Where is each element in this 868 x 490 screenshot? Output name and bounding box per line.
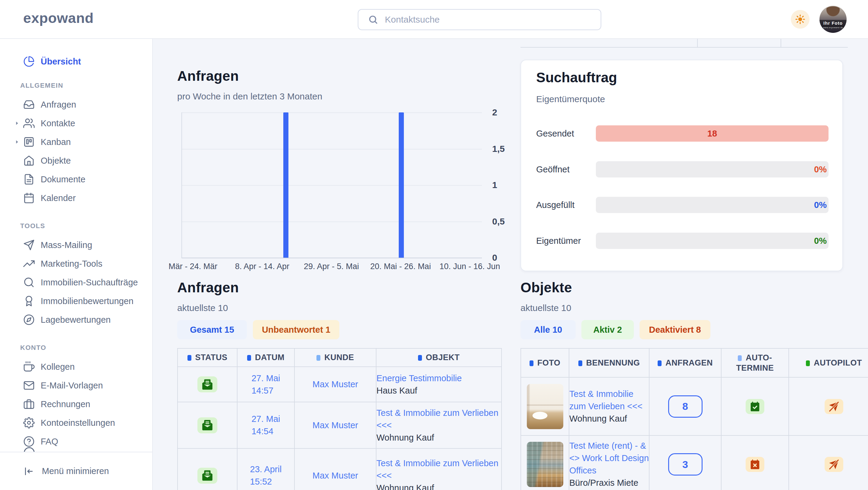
property-name-link[interactable]: Test Miete (rent) - & <> Work Loft Desig… [569,440,649,477]
property-name-link[interactable]: Test & Immobilie zum Verlieben <<< [569,388,649,412]
anfragen-section-title: Anfragen [177,279,239,296]
sidebar-item-kollegen[interactable]: Kollegen [0,358,152,376]
sidebar-item-dokumente[interactable]: Dokumente [0,170,152,189]
date-link[interactable]: 23. April15:52 [250,463,282,488]
date-link[interactable]: 27. Mai14:57 [251,372,280,397]
column-header-label: DATUM [255,353,284,362]
sidebar-item-faq[interactable]: FAQ [0,432,152,451]
photo-cell [521,377,569,435]
chevron-right-icon[interactable] [14,139,20,145]
sidebar-item-label: Marketing-Tools [41,259,102,269]
theme-toggle-button[interactable] [791,10,809,29]
chart-bar[interactable] [399,113,404,258]
column-header-status[interactable]: STATUS [178,348,237,367]
customer-link[interactable]: Max Muster [313,420,358,430]
search-input[interactable] [384,14,601,25]
filter-tab-alle-10[interactable]: Alle 10 [521,320,576,339]
customer-cell: Max Muster [294,367,376,402]
award-icon [23,295,35,307]
object-link[interactable]: Test & Immobilie zum Verlieben <<< [376,457,501,482]
date-cell: 23. April15:52 [237,449,294,490]
sidebar-item-mass-mailing[interactable]: Mass-Mailing [0,236,152,254]
sidebar-item-rechnungen[interactable]: Rechnungen [0,395,152,414]
property-photo[interactable] [527,384,563,429]
home-icon [23,155,35,166]
property-photo[interactable] [527,442,563,487]
anfragen-count-badge[interactable]: 3 [668,453,703,476]
suchauftrag-card: Suchauftrag Eigentümerquote Gesendet18Ge… [521,60,843,271]
y-axis-tick-label: 2 [492,107,516,118]
chart-bar[interactable] [283,113,288,258]
column-bullet-icon [578,360,582,366]
sidebar-item-label: Kanban [41,137,71,147]
column-bullet-icon [247,355,251,361]
filter-tab-deaktiviert-8[interactable]: Deaktiviert 8 [640,320,710,339]
table-header-row: FOTOBENENNUNGANFRAGENAUTO-TERMINEAUTOPIL… [521,348,868,377]
contact-search[interactable] [358,9,601,30]
funnel-bar: 0% [596,197,829,213]
sidebar-item-objekte[interactable]: Objekte [0,151,152,170]
object-cell: Test & Immobilie zum Verlieben <<<Wohnun… [376,402,501,449]
column-header-anfragen[interactable]: ANFRAGEN [649,348,721,377]
column-header-autopilot[interactable]: AUTOPILOT [789,348,868,377]
sidebar-item-lagebewertungen[interactable]: Lagebewertungen [0,310,152,329]
sidebar-item-kalender[interactable]: Kalender [0,189,152,207]
help-circle-icon [23,436,35,447]
sidebar-section-title: TOOLS [0,222,152,229]
object-link[interactable]: Test & Immobilie zum Verlieben <<< [376,407,501,432]
sidebar-nav: ÜbersichtALLGEMEINAnfragenKontakteKanban… [0,38,153,490]
column-header-auto-termine[interactable]: AUTO-TERMINE [721,348,789,377]
sidebar-section-title: KONTO [0,344,152,351]
sidebar-item-immobilien-suchauftr-ge[interactable]: Immobilien-Suchaufträge [0,273,152,292]
y-axis-tick-label: 1 [492,180,516,190]
top-header: expowand Ihr Foto www.expowand.de [0,0,868,39]
column-bullet-icon [316,355,320,361]
status-cell [178,449,237,490]
name-cell: Test Miete (rent) - & <> Work Loft Desig… [569,435,649,490]
column-header-foto[interactable]: FOTO [521,348,569,377]
column-header-label: STATUS [195,353,227,362]
anfragen-count-badge[interactable]: 8 [668,395,703,418]
sidebar-item-label: Dokumente [41,175,85,184]
customer-link[interactable]: Max Muster [313,379,358,389]
x-axis-tick-label: 29. Apr - 5. Mai [292,262,371,271]
date-link[interactable]: 27. Mai14:54 [251,413,280,437]
sidebar-item-label: Übersicht [41,57,81,67]
pie-chart-icon [23,56,35,67]
answered-mail-icon [197,468,217,484]
funnel-row-label: Ausgefüllt [536,200,596,210]
sidebar-item-marketing-tools[interactable]: Marketing-Tools [0,254,152,273]
sidebar-item-e-mail-vorlagen[interactable]: E-Mail-Vorlagen [0,376,152,395]
chart-subtitle: pro Woche in den letzten 3 Monaten [177,91,322,101]
filter-tab-aktiv-2[interactable]: Aktiv 2 [581,320,634,339]
filter-tab-gesamt-15[interactable]: Gesamt 15 [177,320,247,339]
column-header-benennung[interactable]: BENENNUNG [569,348,649,377]
chevron-right-icon[interactable] [14,120,20,126]
user-avatar[interactable]: Ihr Foto www.expowand.de [819,6,846,33]
property-type-label: Wohnung Kauf [569,412,649,425]
y-axis-tick-label: 0,5 [492,216,516,226]
sidebar-item-kontakte[interactable]: Kontakte [0,114,152,132]
customer-link[interactable]: Max Muster [313,471,358,480]
column-header-objekt[interactable]: OBJEKT [376,348,501,367]
sidebar-item-uebersicht[interactable]: Übersicht [0,52,152,71]
sidebar-item-kontoeinstellungen[interactable]: Kontoeinstellungen [0,414,152,432]
column-header-label: ANFRAGEN [665,358,713,367]
photo-cell [521,435,569,490]
chart-gridline [182,113,482,113]
filter-tab-unbeantwortet-1[interactable]: Unbeantwortet 1 [253,320,339,339]
column-header-datum[interactable]: DATUM [237,348,294,367]
collapse-menu-button[interactable]: Menü minimieren [0,452,152,490]
avatar-caption: Ihr Foto www.expowand.de [819,20,846,29]
autopilot-cell [789,377,868,435]
auto-termine-cell [721,435,789,490]
sidebar-item-kanban[interactable]: Kanban [0,132,152,151]
column-bullet-icon [187,355,191,361]
column-bullet-icon [418,355,422,361]
column-header-kunde[interactable]: KUNDE [294,348,376,367]
calendar-check-icon [746,399,764,414]
sidebar-item-immobilienbewertungen[interactable]: Immobilienbewertungen [0,292,152,310]
object-link[interactable]: Energie Testimmobilie [376,372,501,385]
calendar-x-icon [746,457,764,472]
sidebar-item-anfragen[interactable]: Anfragen [0,95,152,114]
